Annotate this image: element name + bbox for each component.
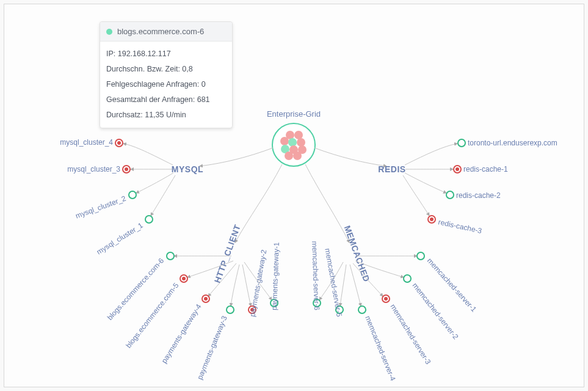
branch-http: blogs.ecommerce.com-6 blogs.ecommerce.co… <box>106 242 281 381</box>
svg-point-5 <box>297 138 305 147</box>
edge-http-3 <box>231 265 239 306</box>
label-mysql-1: mysql_cluster_3 <box>67 165 120 174</box>
edge-mysql-2 <box>136 173 173 193</box>
edge-center-memcache <box>305 164 349 243</box>
svg-point-10 <box>293 152 302 160</box>
svg-point-17 <box>456 167 459 171</box>
svg-point-9 <box>285 152 293 160</box>
node-redis-0[interactable] <box>458 139 465 147</box>
label-http-5: payments-gateway-1 <box>270 242 281 310</box>
svg-point-4 <box>288 138 297 147</box>
label-redis-1: redis-cache-1 <box>463 165 508 174</box>
edge-http-4 <box>242 265 251 306</box>
label-http-2: payments-gateway-4 <box>160 302 203 365</box>
tooltip-ip: IP: 192.168.12.117 <box>106 46 226 62</box>
label-mem-2: memcached-server-4 <box>363 315 397 382</box>
node-mem-2[interactable] <box>358 306 366 313</box>
label-mysql-3: mysql_cluster_1 <box>95 221 145 256</box>
node-tooltip: blogs.ecommerce.com-6 IP: 192.168.12.117… <box>100 21 233 128</box>
node-mem-5[interactable] <box>417 252 424 260</box>
node-http-0[interactable] <box>167 252 174 260</box>
label-mem-3: memcached-server-3 <box>388 302 432 366</box>
svg-point-11 <box>117 141 121 145</box>
svg-point-16 <box>384 297 388 301</box>
node-mysql-3[interactable] <box>145 216 153 223</box>
status-dot-icon <box>106 29 112 35</box>
edge-mysql-3 <box>151 175 175 216</box>
node-mem-4[interactable] <box>404 275 411 282</box>
category-memcache[interactable]: MEMCACHED <box>343 224 372 283</box>
edge-redis-3 <box>403 175 429 216</box>
tooltip-avg: Durchschn. Bzw. Zeit: 0,8 <box>106 62 226 77</box>
tooltip-title: blogs.ecommerce.com-6 <box>117 27 204 36</box>
tooltip-throughput: Durchsatz: 11,35 U/min <box>106 108 226 123</box>
branch-mysql: mysql_cluster_4 mysql_cluster_3 mysql_cl… <box>60 138 175 256</box>
svg-point-3 <box>280 137 289 145</box>
branch-redis: toronto-url.enduserexp.com redis-cache-1… <box>403 139 557 235</box>
tooltip-total: Gesamtzahl der Anfragen: 681 <box>106 92 226 108</box>
label-http-4: payments-gateway-2 <box>248 249 268 317</box>
label-redis-2: redis-cache-2 <box>456 191 501 200</box>
label-redis-3: redis-cache-3 <box>437 217 482 235</box>
svg-point-18 <box>430 217 434 221</box>
label-http-3: payments-gateway-3 <box>195 315 229 381</box>
edge-center-redis <box>314 148 387 166</box>
svg-point-12 <box>125 167 128 171</box>
center-label: Enterprise-Grid <box>267 109 321 119</box>
node-mysql-2[interactable] <box>129 191 136 199</box>
category-redis[interactable]: REDIS <box>378 164 405 174</box>
svg-point-2 <box>294 131 303 139</box>
edge-center-http <box>235 164 282 243</box>
node-http-3[interactable] <box>227 306 234 313</box>
label-mem-1: memcached-server-5 <box>323 247 344 317</box>
tooltip-failed: Fehlgeschlagene Anfragen: 0 <box>106 77 226 92</box>
branch-memcache: memcached-server-6 memcached-server-5 me… <box>310 241 478 382</box>
category-http[interactable]: HTTP_CLIENT <box>212 223 242 284</box>
label-mysql-2: mysql_cluster_2 <box>74 194 128 221</box>
svg-point-13 <box>182 277 186 280</box>
edge-redis-2 <box>405 173 446 193</box>
edge-center-mysql <box>200 148 273 166</box>
svg-point-14 <box>204 297 208 301</box>
category-mysql[interactable]: MYSQL <box>172 164 203 174</box>
edge-redis-0 <box>405 144 457 165</box>
center-cluster[interactable] <box>272 123 315 166</box>
edge-mysql-0 <box>123 144 173 165</box>
label-redis-0: toronto-url.enduserexp.com <box>468 139 557 147</box>
label-mem-0: memcached-server-6 <box>310 241 321 310</box>
label-mysql-0: mysql_cluster_4 <box>60 138 113 147</box>
node-redis-2[interactable] <box>446 191 454 199</box>
